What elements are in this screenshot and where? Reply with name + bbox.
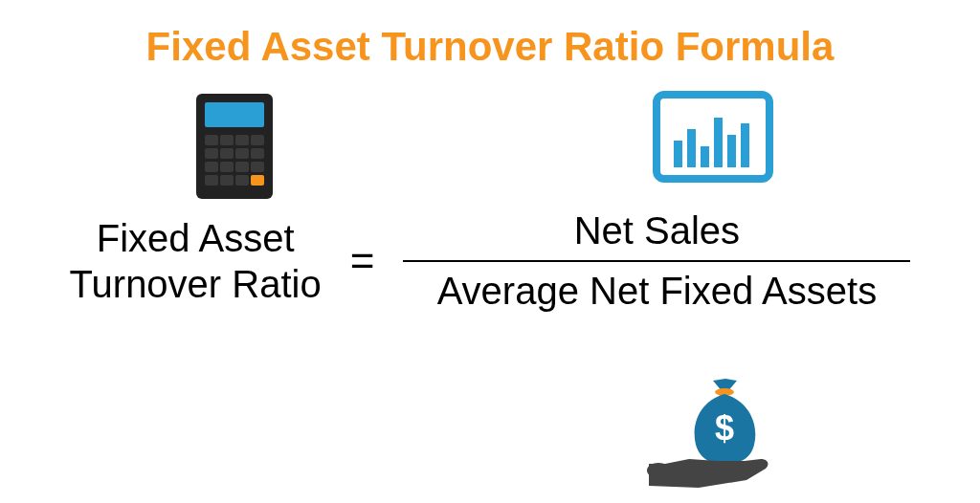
svg-rect-14 [205, 175, 218, 186]
formula-lhs: Fixed Asset Turnover Ratio [70, 215, 322, 307]
svg-rect-24 [741, 123, 749, 167]
svg-rect-15 [220, 175, 234, 186]
svg-rect-7 [220, 148, 234, 159]
svg-rect-5 [251, 135, 264, 145]
svg-rect-22 [714, 118, 723, 167]
svg-rect-10 [205, 162, 218, 172]
svg-rect-6 [205, 148, 218, 159]
bar-chart-icon [651, 89, 775, 188]
svg-rect-16 [235, 175, 249, 186]
svg-rect-17 [251, 175, 264, 186]
svg-rect-21 [701, 146, 709, 167]
formula-row: Fixed Asset Turnover Ratio = Net Sales A… [0, 204, 980, 318]
svg-rect-8 [235, 148, 249, 159]
money-bag-in-hand-icon: $ [632, 373, 785, 501]
svg-point-27 [647, 463, 670, 478]
page-title: Fixed Asset Turnover Ratio Formula [0, 0, 980, 70]
svg-rect-1 [205, 102, 264, 127]
svg-rect-19 [674, 141, 682, 167]
svg-text:$: $ [715, 408, 734, 448]
numerator: Net Sales [574, 204, 740, 258]
svg-rect-23 [727, 135, 736, 167]
svg-rect-9 [251, 148, 264, 159]
fraction: Net Sales Average Net Fixed Assets [403, 204, 910, 318]
svg-rect-20 [687, 129, 696, 167]
denominator: Average Net Fixed Assets [437, 264, 878, 318]
lhs-line1: Fixed Asset [70, 215, 322, 261]
svg-rect-4 [235, 135, 249, 145]
icons-row [0, 70, 980, 204]
svg-rect-12 [235, 162, 249, 172]
calculator-icon [191, 89, 278, 208]
lhs-line2: Turnover Ratio [70, 261, 322, 307]
svg-rect-3 [220, 135, 234, 145]
svg-rect-13 [251, 162, 264, 172]
equals-sign: = [350, 237, 375, 285]
svg-rect-2 [205, 135, 218, 145]
svg-rect-11 [220, 162, 234, 172]
svg-rect-18 [657, 95, 769, 179]
fraction-bar [403, 260, 910, 262]
